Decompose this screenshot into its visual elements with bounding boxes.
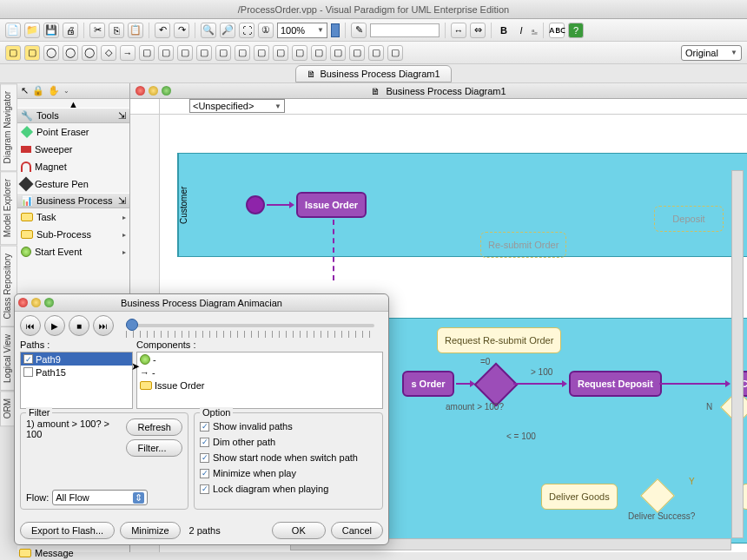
tb2-21[interactable]: ▢ xyxy=(387,45,403,61)
tb2-9[interactable]: ▢ xyxy=(158,45,174,61)
tb2-15[interactable]: ▢ xyxy=(273,45,288,61)
tool-gesture-pen[interactable]: Gesture Pen xyxy=(17,175,129,193)
message-flow[interactable] xyxy=(333,220,334,280)
tb2-19[interactable]: ▢ xyxy=(349,45,365,61)
flow-arrow[interactable] xyxy=(267,204,293,206)
redo-icon[interactable]: ↷ xyxy=(174,23,189,38)
pin-icon[interactable]: ⇲ xyxy=(118,110,126,122)
unspecified-dropdown[interactable]: <Unspecified>▼ xyxy=(189,99,285,113)
tb2-17[interactable]: ▢ xyxy=(311,45,327,61)
tools-section-header[interactable]: 🔧 Tools ⇲ xyxy=(17,108,129,123)
ok-button[interactable]: OK xyxy=(272,522,326,539)
option-minimize-play[interactable]: ✓Minimize when play xyxy=(200,465,377,481)
pin-icon[interactable]: ⇲ xyxy=(118,195,126,207)
side-tab-model-explorer[interactable]: Model Explorer xyxy=(0,171,17,245)
checkbox-icon[interactable]: ✓ xyxy=(23,354,33,364)
style-combo[interactable] xyxy=(370,23,440,37)
tb2-20[interactable]: ▢ xyxy=(368,45,384,61)
task-deliver-goods[interactable]: Deliver Goods xyxy=(541,484,618,510)
path-item[interactable]: Path15 xyxy=(21,366,132,379)
tb2-4[interactable]: ◯ xyxy=(63,45,78,61)
forward-button[interactable]: ⏭ xyxy=(93,315,114,336)
new-icon[interactable]: 📄 xyxy=(5,23,21,38)
spell-icon[interactable]: ᴀʙᴄ xyxy=(549,23,565,38)
minimize-icon[interactable] xyxy=(149,86,158,96)
cut-icon[interactable]: ✂ xyxy=(89,23,105,38)
collapse-up-icon[interactable]: ▲ xyxy=(17,99,129,108)
tb2-7[interactable]: → xyxy=(120,45,136,61)
lane-customer[interactable]: Customer Issue Order Re-submit Order Dep… xyxy=(177,153,747,257)
copy-icon[interactable]: ⎘ xyxy=(109,23,124,38)
flow-arrow[interactable] xyxy=(659,383,729,385)
zoom-in-icon[interactable]: 🔎 xyxy=(220,23,235,38)
zoom-combo[interactable]: 100%▼ xyxy=(277,23,327,38)
component-item[interactable]: →- xyxy=(137,366,382,379)
option-show-invalid[interactable]: ✓Show invalid paths xyxy=(200,418,377,434)
option-lock-diagram[interactable]: ✓Lock diagram when playing xyxy=(200,481,377,497)
cancel-button[interactable]: Cancel xyxy=(331,522,383,539)
align-icon[interactable]: ↔ xyxy=(451,23,466,38)
bp-sub-process[interactable]: Sub-Process▸ xyxy=(17,226,129,243)
distribute-icon[interactable]: ⇔ xyxy=(470,23,486,38)
zoom-icon[interactable] xyxy=(44,298,54,307)
tb2-12[interactable]: ▢ xyxy=(215,45,231,61)
stop-button[interactable]: ■ xyxy=(69,315,89,336)
save-icon[interactable]: 💾 xyxy=(43,23,59,38)
tb2-6[interactable]: ◇ xyxy=(101,45,116,61)
lock-icon[interactable]: 🔒 xyxy=(32,85,44,96)
hand-icon[interactable]: ✋ xyxy=(48,85,60,96)
refresh-button[interactable]: Refresh xyxy=(126,418,182,436)
bottom-panel-item[interactable]: Message xyxy=(19,548,74,558)
italic-icon[interactable]: I xyxy=(514,25,528,36)
tb2-14[interactable]: ▢ xyxy=(254,45,269,61)
tb2-18[interactable]: ▢ xyxy=(330,45,346,61)
tb2-16[interactable]: ▢ xyxy=(292,45,307,61)
play-button[interactable]: ▶ xyxy=(44,315,65,336)
path-item[interactable]: ✓Path9 xyxy=(21,352,132,366)
tb2-10[interactable]: ▢ xyxy=(177,45,193,61)
document-tab[interactable]: 🗎 Business Process Diagram1 xyxy=(295,65,451,82)
checkbox-icon[interactable] xyxy=(23,367,33,377)
tool-magnet[interactable]: Magnet xyxy=(17,158,129,175)
start-event-node[interactable] xyxy=(246,195,265,214)
task-resubmit-order[interactable]: Re-submit Order xyxy=(480,232,566,258)
dialog-title-bar[interactable]: Business Process Diagram Animacian xyxy=(15,294,388,312)
bp-start-event[interactable]: Start Event▸ xyxy=(17,243,129,260)
undo-icon[interactable]: ↶ xyxy=(155,23,170,38)
underline-icon[interactable]: ⎁ xyxy=(532,25,538,36)
zoom-100-icon[interactable]: ① xyxy=(258,23,274,38)
flow-arrow[interactable] xyxy=(513,383,565,385)
close-icon[interactable] xyxy=(136,86,145,96)
tool-sweeper[interactable]: Sweeper xyxy=(17,141,129,158)
tb2-13[interactable]: ▢ xyxy=(235,45,250,61)
brush-icon[interactable]: ✎ xyxy=(351,23,367,38)
tb2-11[interactable]: ▢ xyxy=(196,45,212,61)
flow-arrow[interactable] xyxy=(456,383,473,385)
task-deposit[interactable]: Deposit xyxy=(654,206,724,232)
zoom-dropdown-icon[interactable] xyxy=(331,23,340,37)
open-icon[interactable]: 📁 xyxy=(24,23,40,38)
pointer-icon[interactable]: ↖ xyxy=(21,85,29,96)
tb2-2[interactable]: ▢ xyxy=(24,45,40,61)
components-list[interactable]: - →- Issue Order xyxy=(136,352,383,409)
close-icon[interactable] xyxy=(18,298,28,307)
filter-button[interactable]: Filter... xyxy=(126,439,182,457)
zoom-out-icon[interactable]: 🔍 xyxy=(201,23,216,38)
flow-select[interactable]: All Flow⇕ xyxy=(52,490,148,505)
zoom-fit-icon[interactable]: ⛶ xyxy=(239,23,255,38)
bp-section-header[interactable]: 📊 Business Process ⇲ xyxy=(17,193,129,208)
side-tab-diagram-navigator[interactable]: Diagram Navigator xyxy=(0,83,17,171)
option-show-start[interactable]: ✓Show start node when switch path xyxy=(200,450,377,465)
bp-task[interactable]: Task▸ xyxy=(17,208,129,226)
option-dim-other[interactable]: ✓Dim other path xyxy=(200,434,377,450)
print-icon[interactable]: 🖨 xyxy=(63,23,78,38)
task-issue-order[interactable]: Issue Order xyxy=(296,192,367,218)
vertical-scrollbar[interactable] xyxy=(731,170,744,538)
original-dropdown[interactable]: Original▼ xyxy=(681,45,742,61)
component-item[interactable]: - xyxy=(137,352,382,366)
bold-icon[interactable]: B xyxy=(497,25,511,36)
task-request-deposit[interactable]: Request Deposit xyxy=(569,371,662,397)
slider-thumb[interactable] xyxy=(126,319,138,331)
tool-point-eraser[interactable]: Point Eraser xyxy=(17,123,129,141)
rewind-button[interactable]: ⏮ xyxy=(20,315,41,336)
